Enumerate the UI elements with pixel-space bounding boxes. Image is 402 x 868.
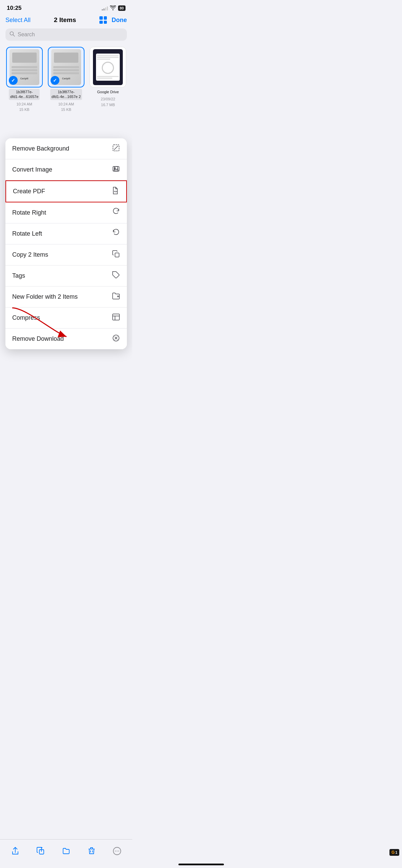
selected-checkmark-2: ✓ — [51, 76, 59, 85]
copy-items-icon — [112, 250, 120, 260]
search-bar[interactable]: Search — [5, 28, 127, 41]
compress-icon — [112, 313, 120, 323]
file-thumbnail-3[interactable] — [90, 47, 126, 87]
select-all-button[interactable]: Select All — [5, 17, 31, 24]
nav-right: Done — [99, 16, 127, 24]
wifi-icon — [110, 5, 116, 11]
menu-label-new-folder: New Folder with 2 Items — [12, 293, 78, 300]
new-folder-icon — [112, 292, 120, 302]
remove-download-icon — [112, 334, 120, 344]
file-meta-1: 10:24 AM15 KB — [16, 101, 32, 113]
menu-label-copy-items: Copy 2 Items — [12, 251, 48, 258]
menu-item-create-pdf[interactable]: Create PDF PDF — [5, 180, 127, 202]
context-menu: Remove Background Convert Image — [5, 138, 127, 349]
context-wrapper: Remove Background Convert Image — [0, 138, 132, 390]
file-name-3: Google Drive — [96, 89, 120, 95]
menu-item-rotate-left[interactable]: Rotate Left — [5, 223, 127, 244]
menu-item-remove-download[interactable]: Remove Download — [5, 329, 127, 349]
status-bar: 10:25 80 — [0, 0, 132, 14]
file-meta-3: 23/09/2216.7 MB — [101, 96, 115, 107]
menu-label-convert-image: Convert Image — [12, 166, 52, 173]
nav-bar: Select All 2 Items Done — [0, 14, 132, 27]
svg-rect-9 — [115, 253, 119, 257]
svg-line-4 — [114, 146, 118, 150]
convert-image-icon — [112, 165, 120, 175]
grid-view-button[interactable] — [99, 16, 107, 24]
menu-label-tags: Tags — [12, 272, 25, 279]
menu-label-remove-bg: Remove Background — [12, 145, 69, 152]
status-time: 10:25 — [7, 5, 21, 12]
svg-point-7 — [115, 167, 116, 169]
menu-label-create-pdf: Create PDF — [13, 188, 45, 195]
battery-icon: 80 — [118, 5, 126, 11]
file-name-1: 1b3f877e-dfd1-4e...61657e — [9, 89, 40, 100]
menu-item-rotate-right[interactable]: Rotate Right — [5, 202, 127, 223]
signal-bars-icon — [102, 6, 108, 11]
menu-item-remove-bg[interactable]: Remove Background — [5, 138, 127, 159]
search-placeholder: Search — [18, 32, 35, 38]
create-pdf-icon: PDF — [111, 186, 119, 196]
file-thumbnail-2[interactable]: ✓ — [48, 47, 84, 87]
files-grid: ✓ 1b3f877e-dfd1-4e...61657e 10:24 AM15 K… — [0, 44, 132, 118]
menu-item-copy-items[interactable]: Copy 2 Items — [5, 244, 127, 265]
status-icons: 80 — [102, 5, 126, 11]
menu-item-new-folder[interactable]: New Folder with 2 Items — [5, 287, 127, 308]
search-container: Search — [0, 27, 132, 44]
svg-rect-13 — [113, 314, 119, 320]
search-icon — [9, 31, 15, 38]
menu-label-remove-download: Remove Download — [12, 335, 64, 342]
selected-checkmark-1: ✓ — [9, 76, 18, 85]
menu-label-compress: Compress — [12, 314, 40, 321]
menu-item-convert-image[interactable]: Convert Image — [5, 159, 127, 180]
svg-line-1 — [13, 35, 15, 37]
page-title: 2 Items — [54, 16, 76, 24]
file-meta-2: 10:24 AM15 KB — [58, 101, 74, 113]
list-item[interactable]: Google Drive 23/09/2216.7 MB — [89, 47, 127, 113]
menu-label-rotate-right: Rotate Right — [12, 209, 46, 216]
file-thumbnail-1[interactable]: ✓ — [6, 47, 43, 87]
rotate-right-icon — [112, 208, 120, 218]
tags-icon — [112, 271, 120, 281]
menu-label-rotate-left: Rotate Left — [12, 230, 42, 237]
file-name-2: 1b3f877e-dfd1-4e...1657e 2 — [50, 89, 82, 100]
list-item[interactable]: ✓ 1b3f877e-dfd1-4e...61657e 10:24 AM15 K… — [5, 47, 43, 113]
menu-item-compress[interactable]: Compress — [5, 308, 127, 329]
rotate-left-icon — [112, 229, 120, 239]
svg-text:PDF: PDF — [114, 191, 117, 193]
list-item[interactable]: ✓ 1b3f877e-dfd1-4e...1657e 2 10:24 AM15 … — [47, 47, 85, 113]
done-button[interactable]: Done — [112, 17, 127, 24]
menu-item-tags[interactable]: Tags — [5, 265, 127, 287]
remove-bg-icon — [112, 144, 120, 154]
